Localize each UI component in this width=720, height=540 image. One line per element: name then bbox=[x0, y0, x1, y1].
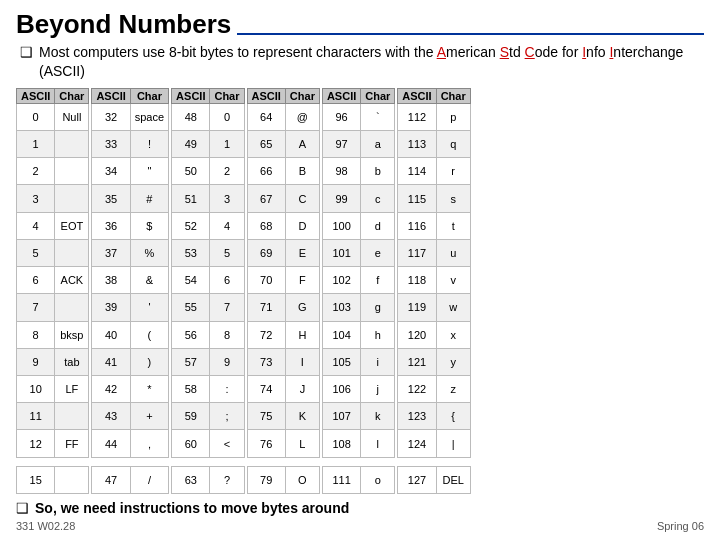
char-value: x bbox=[436, 321, 470, 348]
char-value: B bbox=[285, 158, 319, 185]
char-value: EOT bbox=[55, 212, 89, 239]
ascii-value: 98 bbox=[322, 158, 360, 185]
col-header-ascii: ASCII bbox=[398, 88, 436, 103]
char-value: 6 bbox=[210, 267, 244, 294]
char-value: ` bbox=[361, 103, 395, 130]
table-row: 111o bbox=[322, 466, 394, 493]
char-value bbox=[55, 294, 89, 321]
table-row: 100d bbox=[322, 212, 394, 239]
char-value: ; bbox=[210, 403, 244, 430]
char-value: | bbox=[436, 430, 470, 457]
ascii-value: 34 bbox=[92, 158, 130, 185]
ascii-value: 117 bbox=[398, 239, 436, 266]
bottom-note-text: So, we need instructions to move bytes a… bbox=[35, 500, 349, 516]
char-value: i bbox=[361, 348, 395, 375]
ascii-value: 41 bbox=[92, 348, 130, 375]
char-value: ) bbox=[130, 348, 168, 375]
ascii-value: 101 bbox=[322, 239, 360, 266]
ascii-value: 40 bbox=[92, 321, 130, 348]
table-row: 0Null bbox=[17, 103, 89, 130]
ascii-value: 43 bbox=[92, 403, 130, 430]
char-value: C bbox=[285, 185, 319, 212]
ascii-value: 104 bbox=[322, 321, 360, 348]
ascii-value: 72 bbox=[247, 321, 285, 348]
ascii-value: 32 bbox=[92, 103, 130, 130]
table-row: 579 bbox=[172, 348, 244, 375]
char-value: d bbox=[361, 212, 395, 239]
table-row: 38& bbox=[92, 267, 169, 294]
ascii-value: 123 bbox=[398, 403, 436, 430]
ascii-value: 100 bbox=[322, 212, 360, 239]
char-value: g bbox=[361, 294, 395, 321]
char-value: space bbox=[130, 103, 168, 130]
char-value bbox=[55, 185, 89, 212]
col-header-char: Char bbox=[361, 88, 395, 103]
table-row: 102f bbox=[322, 267, 394, 294]
table-row: 101e bbox=[322, 239, 394, 266]
ascii-value: 1 bbox=[17, 131, 55, 158]
char-value: D bbox=[285, 212, 319, 239]
col-header-char: Char bbox=[210, 88, 244, 103]
char-value: z bbox=[436, 375, 470, 402]
ascii-value: 70 bbox=[247, 267, 285, 294]
bullet-icon: ❑ bbox=[20, 44, 33, 60]
char-value: ( bbox=[130, 321, 168, 348]
bottom-note-row: ❑ So, we need instructions to move bytes… bbox=[16, 500, 704, 516]
ascii-value: 74 bbox=[247, 375, 285, 402]
ascii-value: 65 bbox=[247, 131, 285, 158]
char-value: u bbox=[436, 239, 470, 266]
char-value bbox=[55, 239, 89, 266]
ascii-value: 57 bbox=[172, 348, 210, 375]
char-value: @ bbox=[285, 103, 319, 130]
table-row: 1 bbox=[17, 131, 89, 158]
char-value: # bbox=[130, 185, 168, 212]
char-value bbox=[55, 158, 89, 185]
table-row: 68D bbox=[247, 212, 319, 239]
table-row: 480 bbox=[172, 103, 244, 130]
ascii-value: 6 bbox=[17, 267, 55, 294]
char-value: t bbox=[436, 212, 470, 239]
table-row: 114r bbox=[398, 158, 470, 185]
footer-left: 331 W02.28 bbox=[16, 520, 75, 532]
table-row: 99c bbox=[322, 185, 394, 212]
ascii-value: 44 bbox=[92, 430, 130, 457]
table-row: 96` bbox=[322, 103, 394, 130]
ascii-value: 47 bbox=[92, 466, 130, 493]
char-value: ACK bbox=[55, 267, 89, 294]
table-row: 513 bbox=[172, 185, 244, 212]
ascii-value: 12 bbox=[17, 430, 55, 457]
col-header-ascii: ASCII bbox=[17, 88, 55, 103]
ascii-table-0: ASCII Char 0Null1234EOT56ACK78bksp9tab10… bbox=[16, 88, 89, 494]
ascii-value: 116 bbox=[398, 212, 436, 239]
ascii-value: 36 bbox=[92, 212, 130, 239]
title-row: Beyond Numbers bbox=[16, 10, 704, 39]
col-header-ascii: ASCII bbox=[172, 88, 210, 103]
table-row: 58: bbox=[172, 375, 244, 402]
char-value: c bbox=[361, 185, 395, 212]
ascii-value: 105 bbox=[322, 348, 360, 375]
table-row: 124| bbox=[398, 430, 470, 457]
table-row: 120x bbox=[398, 321, 470, 348]
char-value: b bbox=[361, 158, 395, 185]
char-value: w bbox=[436, 294, 470, 321]
ascii-value: 112 bbox=[398, 103, 436, 130]
table-row: 39' bbox=[92, 294, 169, 321]
char-value: k bbox=[361, 403, 395, 430]
col-header-char: Char bbox=[285, 88, 319, 103]
table-row: 6ACK bbox=[17, 267, 89, 294]
ascii-value: 106 bbox=[322, 375, 360, 402]
col-header-char: Char bbox=[55, 88, 89, 103]
ascii-table-4: ASCII Char 96`97a98b99c100d101e102f103g1… bbox=[322, 88, 395, 494]
subtitle-text: Most computers use 8-bit bytes to repres… bbox=[39, 43, 704, 82]
char-value: , bbox=[130, 430, 168, 457]
char-value: 8 bbox=[210, 321, 244, 348]
table-row: 9tab bbox=[17, 348, 89, 375]
ascii-value: 96 bbox=[322, 103, 360, 130]
page: Beyond Numbers ❑ Most computers use 8-bi… bbox=[0, 0, 720, 540]
table-row: 63? bbox=[172, 466, 244, 493]
table-row: 127DEL bbox=[398, 466, 470, 493]
char-value: K bbox=[285, 403, 319, 430]
table-row: 4EOT bbox=[17, 212, 89, 239]
table-row: 117u bbox=[398, 239, 470, 266]
table-row: 37% bbox=[92, 239, 169, 266]
